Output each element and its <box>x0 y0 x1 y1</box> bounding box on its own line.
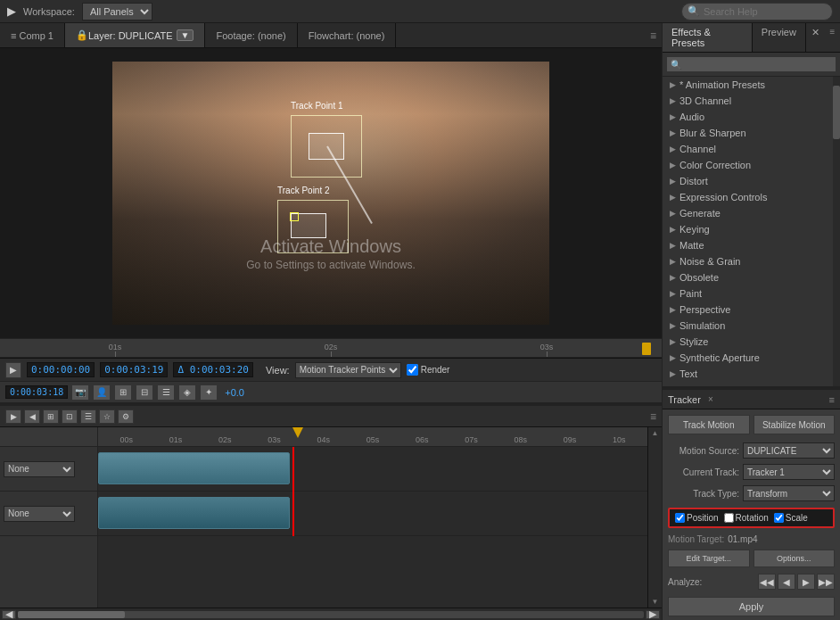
tl-hscroll-right[interactable]: ▶ <box>646 610 660 619</box>
tl-hscroll-left[interactable]: ◀ <box>2 610 16 619</box>
effect-item-8[interactable]: ▶Generate <box>663 205 833 221</box>
tl-hscroll-track[interactable] <box>18 611 644 618</box>
tl-tool-1[interactable]: ▶ <box>5 409 21 424</box>
tl-tool-2[interactable]: ◀ <box>24 409 40 424</box>
tool-7[interactable]: ✦ <box>200 384 218 401</box>
analyze-rw-btn[interactable]: ◀◀ <box>758 574 776 590</box>
tl-tool-5[interactable]: ☰ <box>80 409 96 424</box>
tab-effects-presets[interactable]: Effects & Presets <box>663 23 753 52</box>
render-checkbox[interactable] <box>407 364 418 376</box>
tl-hscrollbar[interactable]: ◀ ▶ <box>0 608 662 620</box>
current-track-select[interactable]: Tracker 1 <box>743 464 835 480</box>
track-2-select[interactable]: None <box>4 506 75 522</box>
effect-item-15[interactable]: ▶Simulation <box>663 318 833 334</box>
effect-item-5[interactable]: ▶Color Correction <box>663 157 833 173</box>
effect-item-13[interactable]: ▶Paint <box>663 285 833 302</box>
motion-source-select[interactable]: DUPLICATE <box>743 442 835 459</box>
analyze-ff-btn[interactable]: ▶▶ <box>817 574 835 590</box>
tools-bar: 0:00:03:18 📷 👤 ⊞ ⊟ ☰ ◈ ✦ +0.0 <box>0 381 662 402</box>
tl-clip-1[interactable] <box>98 452 290 484</box>
playback-btn[interactable]: ▶ <box>5 362 21 378</box>
tab-comp[interactable]: ≡ Comp 1 <box>0 23 65 47</box>
effect-item-7[interactable]: ▶Expression Controls <box>663 189 833 205</box>
effect-label-9: Keying <box>679 224 710 235</box>
tl-tool-3[interactable]: ⊞ <box>43 409 59 424</box>
timeline-tools: ▶ ◀ ⊞ ⊡ ☰ ☆ ⚙ <box>5 409 134 424</box>
tl-scrollbar[interactable]: ▲ ▼ <box>647 427 662 608</box>
effect-item-3[interactable]: ▶Blur & Sharpen <box>663 125 833 141</box>
person-btn[interactable]: 👤 <box>93 384 111 401</box>
current-track-row: Current Track: Tracker 1 <box>663 461 840 483</box>
tl-scroll-down[interactable]: ▼ <box>652 598 659 606</box>
rotation-checkbox[interactable] <box>724 513 734 523</box>
effect-item-12[interactable]: ▶Obsolete <box>663 269 833 285</box>
effect-item-18[interactable]: ▶Text <box>663 366 833 382</box>
transport-bar: ▶ 0:00:00:00 0:00:03:19 Δ 0:00:03:20 Vie… <box>0 358 662 381</box>
effect-item-17[interactable]: ▶Synthetic Aperture <box>663 350 833 366</box>
edit-target-btn[interactable]: Edit Target... <box>668 550 750 567</box>
tl-clip-2[interactable] <box>98 497 290 529</box>
tool-3[interactable]: ⊞ <box>114 384 132 401</box>
tl-scroll-up[interactable]: ▲ <box>652 429 659 437</box>
track-type-select[interactable]: Transform <box>743 485 835 501</box>
effect-label-18: Text <box>679 368 697 379</box>
ruler-marks-viewer: 01s 02s 03s <box>7 339 655 357</box>
options-btn[interactable]: Options... <box>754 550 836 567</box>
tl-mark-00s: 00s <box>102 435 151 444</box>
tab-flowchart[interactable]: Flowchart: (none) <box>298 23 397 47</box>
effects-scrollbar-thumb[interactable] <box>833 86 840 139</box>
tab-bar-menu[interactable]: ≡ <box>645 29 662 42</box>
position-checkbox[interactable] <box>675 513 685 523</box>
scale-checkbox[interactable] <box>774 513 784 523</box>
motion-source-row: Motion Source: DUPLICATE <box>663 440 840 461</box>
tl-hscroll-thumb[interactable] <box>18 611 125 618</box>
effects-search-input[interactable] <box>666 56 836 72</box>
effect-item-10[interactable]: ▶Matte <box>663 237 833 253</box>
effects-scrollbar[interactable] <box>833 77 840 386</box>
tool-6[interactable]: ◈ <box>178 384 196 401</box>
search-input[interactable] <box>704 6 827 17</box>
tl-mark-09s: 09s <box>545 435 594 444</box>
effect-arrow-18: ▶ <box>670 369 676 378</box>
effects-panel-close[interactable]: ✕ <box>806 23 825 52</box>
effect-item-6[interactable]: ▶Distort <box>663 173 833 189</box>
tl-track-row-1[interactable] <box>98 447 647 492</box>
tl-tool-4[interactable]: ⊡ <box>62 409 78 424</box>
track-motion-btn[interactable]: Track Motion <box>668 415 750 434</box>
track-type-row: Track Type: Transform <box>663 483 840 504</box>
time-current[interactable]: 0:00:00:00 <box>27 362 95 377</box>
track-1-select[interactable]: None <box>4 461 75 477</box>
tab-preview[interactable]: Preview <box>753 23 806 52</box>
tool-4[interactable]: ⊟ <box>136 384 153 401</box>
camera-btn[interactable]: 📷 <box>71 384 89 401</box>
effect-item-2[interactable]: ▶Audio <box>663 109 833 125</box>
effect-item-4[interactable]: ▶Channel <box>663 141 833 157</box>
stabilize-motion-btn[interactable]: Stabilize Motion <box>754 415 836 434</box>
effect-item-11[interactable]: ▶Noise & Grain <box>663 253 833 269</box>
tracker-close[interactable]: ≡ <box>829 394 835 405</box>
effect-label-14: Perspective <box>679 304 730 315</box>
tl-menu[interactable]: ≡ <box>650 410 656 423</box>
tl-tool-7[interactable]: ⚙ <box>118 409 134 424</box>
apply-btn[interactable]: Apply <box>668 597 835 616</box>
tab-footage[interactable]: Footage: (none) <box>205 23 297 47</box>
view-label: View: <box>266 365 290 376</box>
tab-layer[interactable]: 🔒 Layer: DUPLICATE ▼ <box>65 23 205 47</box>
effect-item-14[interactable]: ▶Perspective <box>663 302 833 318</box>
tl-mark-08s: 08s <box>496 435 545 444</box>
bottom-time[interactable]: 0:00:03:18 <box>5 385 68 399</box>
timeline-marker <box>642 343 651 355</box>
effects-panel-menu[interactable]: ≡ <box>825 23 840 39</box>
workspace-select[interactable]: All Panels <box>82 3 152 21</box>
analyze-prev-btn[interactable]: ◀ <box>778 574 795 590</box>
effect-item-1[interactable]: ▶3D Channel <box>663 93 833 109</box>
tool-5[interactable]: ☰ <box>157 384 175 401</box>
effect-arrow-4: ▶ <box>670 145 676 153</box>
effect-item-0[interactable]: ▶* Animation Presets <box>663 77 833 93</box>
view-select[interactable]: Motion Tracker Points <box>295 362 401 378</box>
tl-tool-6[interactable]: ☆ <box>99 409 115 424</box>
effect-item-9[interactable]: ▶Keying <box>663 221 833 237</box>
effect-item-16[interactable]: ▶Stylize <box>663 334 833 350</box>
tl-track-row-2[interactable] <box>98 492 647 536</box>
analyze-next-btn[interactable]: ▶ <box>797 574 815 590</box>
